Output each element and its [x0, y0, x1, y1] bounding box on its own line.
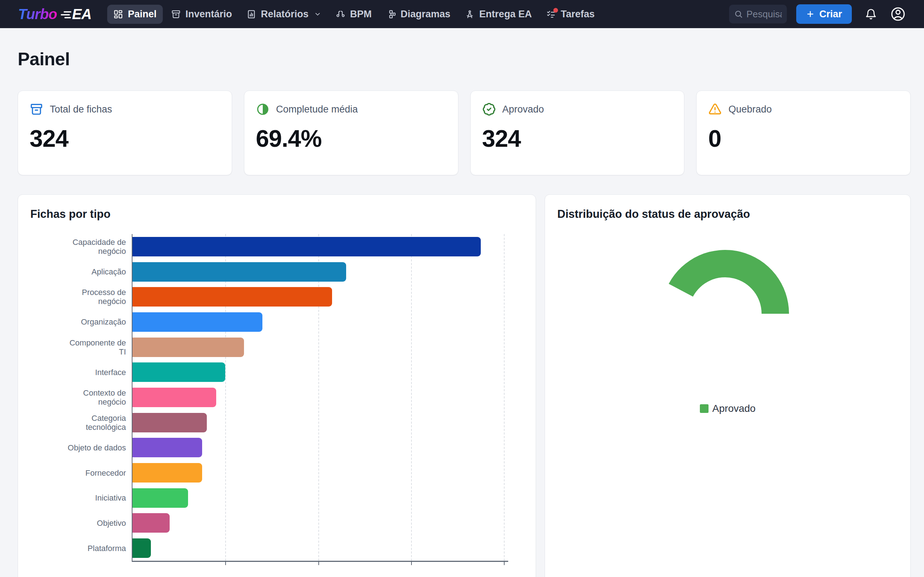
bar-row: Capacidade de negócio	[30, 234, 523, 259]
bar-category-label: Iniciativa	[30, 493, 132, 502]
chevron-down-icon	[314, 10, 321, 18]
bar-category-label: Fornecedor	[30, 469, 132, 477]
bar-4[interactable]	[132, 338, 244, 357]
bar-9[interactable]	[132, 463, 202, 482]
bar-1[interactable]	[132, 262, 346, 282]
nav-item-icon-wrap	[247, 10, 256, 19]
bar-8[interactable]	[132, 438, 202, 457]
stat-card-completude-media: Completude média69.4%	[244, 90, 459, 175]
bpm-icon	[336, 10, 346, 19]
nav-item-label: Diagramas	[401, 9, 451, 20]
bar-row: Objetivo	[30, 511, 523, 536]
logo-text-secondary: EA	[72, 6, 92, 23]
charts-row: Fichas por tipo Capacidade de negócioApl…	[18, 194, 911, 577]
stat-card-label: Completude média	[276, 104, 358, 115]
nav-item-tarefas[interactable]: Tarefas	[540, 5, 601, 24]
stat-card-label: Quebrado	[729, 104, 772, 115]
nav-item-icon-wrap	[113, 10, 123, 19]
bar-6[interactable]	[132, 388, 216, 407]
warning-icon	[708, 102, 722, 116]
user-icon	[890, 6, 906, 22]
app-logo[interactable]: Turbo EA	[18, 6, 91, 23]
nav-item-diagramas[interactable]: Diagramas	[380, 5, 457, 24]
bar-chart-card: Fichas por tipo Capacidade de negócioApl…	[18, 194, 536, 577]
stat-card-label: Aprovado	[502, 104, 544, 115]
stat-card-value: 324	[30, 125, 220, 152]
bar-category-label: Processo de negócio	[30, 288, 132, 306]
bar-category-label: Interface	[30, 368, 132, 377]
stat-card-label: Total de fichas	[50, 104, 112, 115]
bar-5[interactable]	[132, 363, 225, 382]
bar-category-label: Objeto de dados	[30, 443, 132, 452]
stat-card-value: 69.4%	[256, 125, 446, 152]
user-menu-button[interactable]	[890, 6, 906, 22]
donut-chart-card: Distribuição do status de aprovação Apro…	[544, 194, 911, 577]
bar-row: Plataforma	[30, 535, 523, 561]
plus-icon	[806, 10, 815, 18]
bar-row: Iniciativa	[30, 485, 523, 511]
main-nav: PainelInventárioRelatóriosBPMDiagramasEn…	[107, 5, 601, 24]
bar-10[interactable]	[132, 488, 188, 508]
create-button[interactable]: Criar	[796, 4, 852, 24]
x-axis-tick-20	[225, 562, 226, 565]
bar-11[interactable]	[132, 513, 170, 533]
plus-icon	[806, 10, 815, 18]
bell-icon	[865, 8, 877, 20]
bar-3[interactable]	[132, 312, 262, 332]
chart-legend[interactable]: Aprovado	[545, 403, 910, 414]
nav-item-icon-wrap	[336, 10, 346, 19]
search-icon	[734, 10, 743, 18]
donut-arc[interactable]	[649, 238, 801, 391]
bar-category-label: Organização	[30, 318, 132, 326]
legend-swatch	[700, 404, 709, 413]
bar-category-label: Capacidade de negócio	[30, 238, 132, 256]
notifications-button[interactable]	[865, 8, 877, 20]
search-icon	[734, 10, 743, 18]
stat-card-header: Total de fichas	[30, 102, 220, 116]
search-box[interactable]	[729, 5, 787, 23]
x-axis-tick-40	[318, 562, 319, 565]
stats-row: Total de fichas324Completude média69.4%A…	[18, 90, 911, 175]
create-button-label: Criar	[819, 9, 842, 20]
bar-row: Categoria tecnológica	[30, 410, 523, 435]
nav-item-label: Entrega EA	[479, 9, 532, 20]
bar-7[interactable]	[132, 413, 207, 432]
bar-category-label: Objetivo	[30, 519, 132, 528]
half-pie-icon	[256, 102, 270, 116]
compass-icon	[465, 10, 475, 19]
nav-item-bpm[interactable]: BPM	[330, 5, 378, 24]
nav-item-inventario[interactable]: Inventário	[165, 5, 238, 24]
nav-item-label: Painel	[128, 9, 157, 20]
bar-0[interactable]	[132, 237, 481, 256]
nav-item-icon-wrap	[546, 10, 556, 19]
bar-row: Aplicação	[30, 259, 523, 285]
search-input[interactable]	[746, 9, 782, 20]
bar-row: Interface	[30, 359, 523, 385]
stat-card-header: Completude média	[256, 102, 446, 116]
nav-item-icon-wrap	[386, 10, 396, 19]
bar-category-label: Contexto de negócio	[30, 388, 132, 406]
nav-item-relatorios[interactable]: Relatórios	[241, 5, 327, 24]
bar-12[interactable]	[132, 538, 151, 558]
archive-icon	[171, 10, 181, 19]
page-title: Painel	[18, 49, 911, 69]
stat-card-header: Aprovado	[482, 102, 673, 116]
nav-item-icon-wrap	[465, 10, 475, 19]
bar-row: Processo de negócio	[30, 284, 523, 309]
bar-category-label: Componente de TI	[30, 338, 132, 356]
nav-item-icon-wrap	[171, 10, 181, 19]
stat-card-aprovado: Aprovado324	[470, 90, 685, 175]
bar-2[interactable]	[132, 287, 332, 306]
top-navbar: Turbo EA PainelInventárioRelatóriosBPMDi…	[0, 0, 924, 28]
badge-check-icon	[482, 102, 496, 116]
bar-row: Fornecedor	[30, 460, 523, 485]
nav-item-label: Inventário	[186, 9, 232, 20]
main-content: Painel Total de fichas324Completude médi…	[0, 49, 924, 577]
nav-item-entrega-ea[interactable]: Entrega EA	[459, 5, 538, 24]
nav-item-label: Tarefas	[561, 9, 594, 20]
stat-card-quebrado: Quebrado0	[696, 90, 911, 175]
donut-chart-title: Distribuição do status de aprovação	[557, 208, 898, 221]
bar-row: Organização	[30, 309, 523, 335]
x-axis-tick-60	[411, 562, 412, 565]
nav-item-painel[interactable]: Painel	[107, 5, 163, 24]
